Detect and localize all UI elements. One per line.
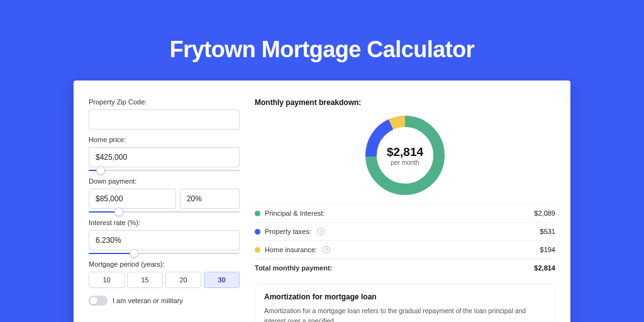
zip-input[interactable]: [89, 109, 240, 130]
veteran-label: I am veteran or military: [113, 297, 183, 304]
insurance-help-icon[interactable]: ?: [323, 246, 330, 253]
donut-chart-wrap: $2,814 per month: [255, 113, 555, 204]
principal-dot-icon: [255, 211, 260, 216]
insurance-dot-icon: [255, 247, 260, 253]
rate-slider-thumb[interactable]: [130, 249, 138, 258]
taxes-help-icon[interactable]: ?: [317, 228, 325, 235]
period-label: Mortgage period (years):: [89, 260, 240, 268]
down-payment-percent-input[interactable]: [180, 189, 240, 209]
rate-field: Interest rate (%):: [89, 219, 240, 254]
donut-chart: $2,814 per month: [365, 116, 445, 195]
price-label: Home price:: [89, 136, 240, 143]
legend-row-taxes: Property taxes: ? $531: [255, 222, 555, 240]
donut-subtext: per month: [391, 159, 419, 166]
period-option-15[interactable]: 15: [127, 272, 163, 288]
rate-label: Interest rate (%):: [89, 219, 240, 226]
rate-input[interactable]: [89, 230, 240, 250]
price-field: Home price:: [89, 136, 240, 171]
period-option-30[interactable]: 30: [204, 272, 240, 288]
period-option-20[interactable]: 20: [165, 272, 201, 288]
legend-row-total: Total monthly payment: $2,814: [255, 258, 555, 277]
veteran-toggle[interactable]: [89, 296, 108, 306]
taxes-value: $531: [540, 228, 555, 235]
principal-value: $2,089: [534, 209, 555, 217]
legend-row-insurance: Home insurance: ? $194: [255, 240, 555, 258]
price-slider-thumb[interactable]: [96, 166, 105, 175]
price-input[interactable]: [89, 147, 240, 167]
zip-label: Property Zip Code:: [89, 98, 240, 106]
breakdown-column: Monthly payment breakdown: $2,814 per mo…: [255, 98, 555, 322]
insurance-label: Home insurance:: [265, 246, 317, 253]
down-payment-label: Down payment:: [89, 177, 240, 185]
insurance-value: $194: [540, 246, 555, 253]
breakdown-title: Monthly payment breakdown:: [255, 98, 555, 107]
zip-field: Property Zip Code:: [89, 98, 240, 130]
donut-center: $2,814 per month: [365, 116, 445, 195]
down-payment-amount-input[interactable]: [89, 189, 176, 209]
veteran-field: I am veteran or military: [89, 296, 240, 306]
taxes-label: Property taxes:: [265, 228, 311, 235]
down-payment-field: Down payment:: [89, 177, 240, 213]
legend-row-principal: Principal & Interest: $2,089: [255, 204, 555, 222]
amortization-title: Amortization for mortgage loan: [264, 292, 546, 301]
principal-label: Principal & Interest:: [265, 209, 325, 217]
calculator-card: Property Zip Code: Home price: Down paym…: [74, 80, 570, 322]
down-payment-slider[interactable]: [89, 211, 240, 213]
page-title: Frytown Mortgage Calculator: [0, 0, 644, 63]
amortization-box: Amortization for mortgage loan Amortizat…: [255, 284, 555, 322]
period-option-10[interactable]: 10: [89, 272, 125, 288]
donut-amount: $2,814: [387, 145, 423, 159]
taxes-dot-icon: [255, 229, 260, 235]
total-value: $2,814: [534, 264, 555, 272]
amortization-text: Amortization for a mortgage loan refers …: [264, 306, 546, 322]
total-label: Total monthly payment:: [255, 264, 332, 272]
period-options: 10 15 20 30: [89, 272, 240, 288]
price-slider[interactable]: [89, 170, 240, 171]
rate-slider[interactable]: [89, 253, 240, 254]
form-column: Property Zip Code: Home price: Down paym…: [89, 98, 240, 322]
period-field: Mortgage period (years): 10 15 20 30: [89, 260, 240, 288]
down-payment-slider-thumb[interactable]: [114, 208, 123, 216]
